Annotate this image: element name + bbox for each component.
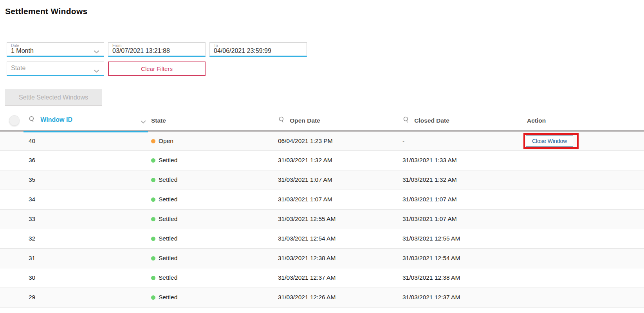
table-row: 30Settled31/03/2021 12:37 AM31/03/2021 1… [0,268,644,288]
cell-open-date: 31/03/2021 1:07 AM [276,170,400,190]
cell-closed-date: 31/03/2021 1:32 AM [400,170,523,190]
cell-window-id: 33 [23,209,151,229]
cell-action [523,170,644,190]
cell-state: Settled [151,229,276,248]
settled-status-dot-icon [151,158,155,163]
cell-open-date: 31/03/2021 12:37 AM [276,268,400,288]
state-select-placeholder: State [11,65,25,72]
chevron-down-icon [94,67,99,74]
table-row: 31Settled31/03/2021 12:38 AM31/03/2021 1… [0,248,644,268]
cell-window-id: 30 [23,268,151,288]
cell-action [523,248,644,268]
select-all-checkbox[interactable] [9,115,20,126]
cell-closed-date: 31/03/2021 12:37 AM [400,288,523,307]
open-status-dot-icon [151,139,155,143]
table-row: 34Settled31/03/2021 1:07 AM31/03/2021 1:… [0,190,644,209]
cell-open-date: 31/03/2021 1:32 AM [276,150,400,170]
column-label-window-id: Window ID [40,116,72,123]
row-checkbox-cell [0,288,23,307]
annotation-highlight-box: Close Window [523,133,579,149]
state-label: Settled [159,215,177,222]
cell-state: Settled [151,248,276,268]
column-header-state[interactable]: State [151,111,276,131]
table-row: 32Settled31/03/2021 12:54 AM31/03/2021 1… [0,229,644,248]
cell-closed-date: 31/03/2021 1:33 AM [400,150,523,170]
settle-selected-windows-button: Settle Selected Windows [5,89,102,106]
cell-state: Settled [151,268,276,288]
cell-window-id: 31 [23,248,151,268]
cell-window-id: 36 [23,150,151,170]
column-label-open-date: Open Date [290,117,320,124]
cell-state: Settled [151,288,276,307]
to-field-value: 04/06/2021 23:59:99 [214,47,271,54]
cell-window-id: 40 [23,131,151,150]
state-label: Settled [159,176,177,183]
cell-action [523,190,644,209]
cell-state: Settled [151,170,276,190]
cell-action [523,209,644,229]
column-header-action: Action [523,111,644,131]
column-header-open-date[interactable]: Open Date [276,111,400,131]
settled-status-dot-icon [151,237,155,241]
cell-closed-date: 31/03/2021 1:07 AM [400,190,523,209]
settled-status-dot-icon [151,256,155,261]
cell-action: Close Window [523,131,644,150]
state-label: Settled [159,196,177,203]
cell-window-id: 29 [23,288,151,307]
close-window-button[interactable]: Close Window [526,136,573,147]
table-row: 29Settled31/03/2021 12:26 AM31/03/2021 1… [0,288,644,307]
state-label: Settled [159,157,177,163]
row-checkbox-cell [0,170,23,190]
cell-window-id: 32 [23,229,151,248]
chevron-down-icon [94,48,99,55]
cell-state: Open [151,131,276,150]
settlement-windows-page: Settlement Windows Date 1 Month From 03/… [0,0,644,313]
row-checkbox-cell [0,150,23,170]
cell-closed-date: 31/03/2021 12:55 AM [400,229,523,248]
cell-closed-date: - [400,131,523,150]
table-row: 36Settled31/03/2021 1:32 AM31/03/2021 1:… [0,150,644,170]
to-datetime-field[interactable]: To 04/06/2021 23:59:99 [209,42,307,57]
cell-open-date: 31/03/2021 12:26 AM [276,288,400,307]
search-icon[interactable] [29,117,37,124]
date-range-select[interactable]: Date 1 Month [7,42,104,57]
cell-window-id: 35 [23,170,151,190]
column-label-state: State [151,117,166,124]
cell-closed-date: 31/03/2021 1:07 AM [400,209,523,229]
row-checkbox-cell [0,131,23,150]
cell-open-date: 31/03/2021 1:07 AM [276,190,400,209]
row-checkbox-cell [0,268,23,288]
cell-action [523,150,644,170]
column-label-closed-date: Closed Date [414,117,449,124]
cell-action [523,288,644,307]
cell-window-id: 34 [23,190,151,209]
settled-status-dot-icon [151,178,155,182]
cell-closed-date: 31/03/2021 12:38 AM [400,268,523,288]
settled-status-dot-icon [151,276,155,280]
settlement-windows-table: Window ID State Open Date Closed [0,111,644,308]
page-title: Settlement Windows [5,7,88,16]
cell-state: Settled [151,150,276,170]
table-row: 40Open06/04/2021 1:23 PM-Close Window [0,131,644,150]
state-select[interactable]: State [7,62,104,76]
search-icon[interactable] [403,118,411,124]
cell-state: Settled [151,209,276,229]
settled-status-dot-icon [151,295,155,300]
cell-open-date: 31/03/2021 12:55 AM [276,209,400,229]
cell-closed-date: 31/03/2021 12:54 AM [400,248,523,268]
cell-action [523,229,644,248]
clear-filters-button[interactable]: Clear Filters [108,62,206,76]
column-header-window-id[interactable]: Window ID [23,111,151,131]
table-body: 40Open06/04/2021 1:23 PM-Close Window36S… [0,131,644,307]
cell-open-date: 31/03/2021 12:54 AM [276,229,400,248]
state-label: Settled [159,235,177,242]
column-header-closed-date[interactable]: Closed Date [400,111,523,131]
search-icon[interactable] [278,118,287,124]
state-label: Open [159,138,173,144]
settled-status-dot-icon [151,217,155,221]
sort-chevron-icon[interactable] [140,118,146,125]
from-datetime-field[interactable]: From 03/07/2021 13:21:88 [108,42,206,57]
state-label: Settled [159,294,177,300]
from-field-value: 03/07/2021 13:21:88 [112,47,170,54]
cell-open-date: 31/03/2021 12:38 AM [276,248,400,268]
